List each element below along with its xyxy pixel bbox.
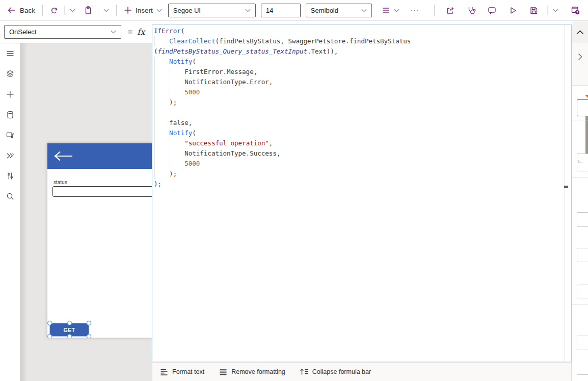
- publish-button[interactable]: [565, 3, 586, 18]
- back-button[interactable]: Back: [5, 3, 37, 18]
- share-button[interactable]: [440, 3, 461, 18]
- text-alignment-button[interactable]: [379, 3, 402, 18]
- editor-scrollbar-thumb[interactable]: [564, 186, 568, 188]
- more-commands-button[interactable]: ···: [405, 3, 425, 18]
- paste-icon: [84, 6, 93, 15]
- save-button[interactable]: [523, 3, 544, 18]
- code-line: );: [154, 179, 563, 189]
- design-canvas[interactable]: status GET: [20, 43, 152, 381]
- undo-button[interactable]: [48, 3, 61, 18]
- chevron-down-icon: [156, 9, 162, 12]
- sidebar-item-variables[interactable]: [0, 166, 20, 186]
- property-value: OnSelect: [9, 28, 36, 36]
- screen-header-control[interactable]: [47, 143, 152, 169]
- property-field-partial[interactable]: [577, 374, 588, 381]
- code-line: IfError(: [154, 26, 563, 36]
- play-icon: [508, 6, 518, 15]
- code-line: [154, 108, 563, 118]
- font-weight-value: Semibold: [311, 7, 338, 14]
- media-icon: [6, 131, 15, 140]
- status-field-label[interactable]: status: [54, 180, 67, 185]
- code-line: false,: [154, 118, 563, 128]
- resize-handle-top-center[interactable]: [67, 321, 72, 325]
- formula-bar-header: OnSelect = fx: [0, 21, 152, 43]
- undo-menu-button[interactable]: [68, 3, 77, 18]
- truncated-field-text: l...: [578, 159, 582, 164]
- chevron-down-icon: [553, 9, 558, 12]
- insert-button[interactable]: Insert: [122, 3, 164, 18]
- chevron-down-icon: [70, 9, 75, 12]
- resize-handle-top-left[interactable]: [47, 321, 52, 325]
- resize-handle-bottom-right[interactable]: [87, 334, 91, 338]
- app-screen[interactable]: status GET: [47, 143, 152, 338]
- code-line: 5000: [154, 87, 563, 97]
- power-automate-icon: [6, 151, 15, 160]
- share-icon: [445, 6, 455, 15]
- database-icon: [6, 110, 15, 119]
- chevron-up-icon: [576, 30, 584, 35]
- preview-button[interactable]: [502, 3, 523, 18]
- sidebar-item-search[interactable]: [0, 186, 20, 207]
- divider: [572, 177, 588, 177]
- insert-label: Insert: [136, 7, 153, 14]
- search-icon: [6, 192, 15, 201]
- property-select[interactable]: OnSelect: [4, 25, 121, 39]
- property-field-partial[interactable]: [577, 212, 588, 227]
- paste-menu-button[interactable]: [101, 3, 111, 18]
- sidebar-item-menu[interactable]: [0, 43, 20, 64]
- divider: [42, 5, 43, 16]
- app-checker-button[interactable]: [461, 3, 482, 18]
- code-line: );: [154, 97, 563, 108]
- remove-formatting-button[interactable]: Remove formatting: [219, 368, 285, 376]
- font-family-select[interactable]: Segoe UI: [168, 4, 256, 17]
- code-line: );: [154, 169, 563, 179]
- right-properties-panel-edge: l...: [572, 21, 588, 381]
- collapse-formula-bar-icon: [300, 368, 309, 376]
- divider: [434, 5, 435, 16]
- chevron-down-icon: [103, 9, 109, 12]
- font-weight-select[interactable]: Semibold: [306, 4, 372, 17]
- equals-sign: =: [128, 28, 132, 37]
- plus-icon: [6, 90, 15, 99]
- property-field-partial[interactable]: [577, 285, 588, 298]
- collapse-panel-button[interactable]: [572, 21, 588, 43]
- sidebar-item-media[interactable]: [0, 125, 20, 145]
- menu-icon: [6, 49, 15, 58]
- expand-panel-button[interactable]: [572, 43, 588, 86]
- format-text-button[interactable]: Format text: [159, 368, 204, 376]
- code-line: FirstError.Message,: [154, 67, 563, 77]
- chevron-down-icon: [111, 30, 116, 34]
- sidebar-item-data[interactable]: [0, 105, 20, 125]
- sidebar-item-tree-view[interactable]: [0, 64, 20, 84]
- sidebar-item-insert[interactable]: [0, 84, 20, 105]
- code-line: "successful operation",: [154, 138, 563, 148]
- divider: [572, 304, 588, 304]
- paste-button[interactable]: [82, 3, 95, 18]
- divider: [572, 120, 588, 120]
- collapse-formula-bar-button[interactable]: Collapse formula bar: [300, 368, 371, 376]
- comments-button[interactable]: [482, 3, 502, 18]
- divider: [64, 6, 65, 15]
- sidebar-item-power-automate[interactable]: [0, 145, 20, 166]
- more-ellipsis-icon: ···: [410, 8, 419, 13]
- resize-handle-bottom-center[interactable]: [67, 334, 72, 338]
- resize-handle-bottom-left[interactable]: [47, 334, 52, 338]
- font-size-value: 14: [266, 7, 273, 14]
- formula-editor[interactable]: IfError( ClearCollect(findPetsByStatus, …: [152, 24, 572, 362]
- warning-triangle-icon: [585, 95, 588, 98]
- resize-handle-top-right[interactable]: [87, 321, 91, 325]
- stethoscope-icon: [466, 6, 476, 15]
- property-field-partial[interactable]: l...: [577, 154, 588, 171]
- property-field-partial[interactable]: [577, 99, 588, 116]
- status-text-input[interactable]: [52, 186, 152, 197]
- property-field-partial[interactable]: [577, 248, 588, 262]
- remove-formatting-label: Remove formatting: [231, 368, 285, 375]
- property-field-partial[interactable]: [577, 336, 588, 349]
- code-line: ClearCollect(findPetsByStatus, SwaggerPe…: [154, 36, 563, 46]
- editor-scrollbar-track: [564, 25, 565, 362]
- code-line: Notify(: [154, 128, 563, 138]
- font-size-input[interactable]: 14: [261, 4, 301, 17]
- format-text-label: Format text: [172, 368, 204, 375]
- chevron-down-icon: [361, 9, 367, 12]
- save-menu-button[interactable]: [551, 3, 560, 18]
